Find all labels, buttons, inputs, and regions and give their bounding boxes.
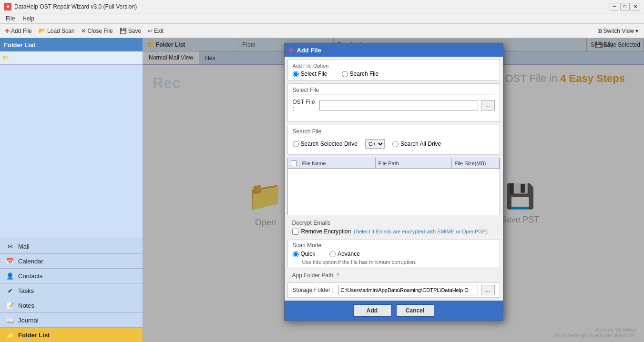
exit-label: Exit <box>154 28 164 34</box>
contacts-icon: 👤 <box>6 272 14 280</box>
radio-search-selected-drive-input[interactable] <box>293 141 299 147</box>
sidebar-item-folder-list-label: Folder List <box>18 332 50 339</box>
main-layout: Folder List 📁 ✉ Mail 📅 Calendar 👤 Contac… <box>0 38 644 342</box>
search-file-section: Search File Search Selected Drive C:\ <box>287 125 500 155</box>
maximize-button[interactable]: □ <box>620 3 630 10</box>
sidebar-item-calendar-label: Calendar <box>18 258 43 265</box>
decrypt-row: Remove Encryption (Select if Emails are … <box>292 228 495 235</box>
app-folder-help-link[interactable]: ? <box>336 272 339 278</box>
sidebar-item-mail[interactable]: ✉ Mail <box>0 239 143 253</box>
sidebar-header: Folder List <box>0 38 143 51</box>
decrypt-title: Decrypt Emails <box>292 220 495 226</box>
switch-view-icon: ⊞ <box>597 28 602 34</box>
add-file-button[interactable]: ✚ Add File <box>2 25 35 37</box>
sidebar-item-journal[interactable]: 📖 Journal <box>0 312 143 327</box>
radio-advance-input[interactable] <box>329 251 336 257</box>
switch-view-label: Switch View <box>603 28 634 34</box>
radio-quick-input[interactable] <box>293 251 299 257</box>
sidebar-item-tasks[interactable]: ✔ Tasks <box>0 283 143 298</box>
exit-icon: ↩ <box>148 28 153 34</box>
folder-header: 📁 <box>0 51 143 65</box>
radio-advance-label: Advance <box>337 251 360 257</box>
radio-quick-label: Quick <box>301 251 316 257</box>
dialog-titlebar: ✚ Add File <box>285 43 503 57</box>
file-th-size: File Size(MB) <box>452 158 500 168</box>
add-file-label: Add File <box>11 28 32 34</box>
dialog-body: Add File Option Select File Search File <box>285 60 503 298</box>
sidebar-item-calendar[interactable]: 📅 Calendar <box>0 253 143 268</box>
remove-encryption-label: Remove Encryption <box>301 228 351 235</box>
file-th-name: File Name <box>299 158 376 168</box>
radio-search-file-label: Search File <box>350 70 379 77</box>
search-all-drive-label: Search All Drive <box>400 141 441 147</box>
search-file-title: Search File <box>293 128 495 136</box>
dialog-title-label: Add File <box>297 47 321 54</box>
dialog-footer: Add Cancel <box>285 301 503 321</box>
close-button[interactable]: ✕ <box>631 3 640 10</box>
storage-row: Storage Folder : ... <box>293 285 495 295</box>
scan-mode-title: Scan Mode <box>293 242 495 249</box>
add-file-option-radios: Select File Search File <box>293 70 495 77</box>
select-file-title: Select File <box>293 87 495 95</box>
save-button[interactable]: 💾 Save <box>117 25 144 37</box>
exit-button[interactable]: ↩ Exit <box>145 25 166 37</box>
mail-icon: ✉ <box>6 242 14 251</box>
scan-mode-section: Scan Mode Quick Advance Use this opt <box>287 240 500 267</box>
switch-view-button[interactable]: ⊞ Switch View ▾ <box>593 27 642 35</box>
scan-note: Use this option if the file has minimum … <box>293 259 495 265</box>
radio-advance[interactable]: Advance <box>329 251 360 257</box>
encrypt-note: (Select if Emails are encrypted with SMI… <box>354 229 488 234</box>
menu-bar: File Help <box>0 13 644 24</box>
drive-select[interactable]: C:\ <box>365 139 385 149</box>
minimize-button[interactable]: ─ <box>610 3 619 10</box>
storage-folder-input[interactable] <box>338 285 479 295</box>
sidebar-item-tasks-label: Tasks <box>18 287 34 294</box>
ost-file-input[interactable] <box>319 100 479 111</box>
switch-view-dropdown-icon: ▾ <box>635 28 638 34</box>
file-table-body <box>288 169 500 215</box>
radio-search-file-input[interactable] <box>342 71 348 77</box>
storage-folder-label: Storage Folder : <box>293 287 336 293</box>
save-label: Save <box>128 28 141 34</box>
ost-browse-button[interactable]: ... <box>481 100 494 111</box>
add-file-option-label: Add File Option <box>293 63 495 69</box>
folder-list-icon: 📁 <box>6 331 14 339</box>
close-file-button[interactable]: ✕ Close File <box>78 25 115 37</box>
radio-select-file[interactable]: Select File <box>293 70 327 77</box>
close-file-icon: ✕ <box>81 28 86 34</box>
sidebar-item-notes[interactable]: 📝 Notes <box>0 298 143 312</box>
radio-search-selected-drive[interactable]: Search Selected Drive <box>293 141 358 147</box>
tasks-icon: ✔ <box>6 286 14 295</box>
scan-options-row: Quick Advance <box>293 251 495 257</box>
add-file-icon: ✚ <box>5 28 10 34</box>
load-scan-label: Load Scan <box>47 28 74 34</box>
radio-select-file-input[interactable] <box>293 71 299 77</box>
sidebar-item-contacts-label: Contacts <box>18 272 42 280</box>
app-folder-section: App Folder Path ? <box>287 270 500 281</box>
folder-icon-small: 📁 <box>2 55 9 61</box>
sidebar-item-contacts[interactable]: 👤 Contacts <box>0 268 143 283</box>
menu-item-help[interactable]: Help <box>19 14 38 23</box>
app-folder-label: App Folder Path <box>292 272 334 279</box>
sidebar-item-folder-list[interactable]: 📁 Folder List <box>0 327 143 342</box>
file-table-header: File Name File Path File Size(MB) <box>288 158 500 169</box>
load-scan-button[interactable]: 📂 Load Scan <box>36 25 77 37</box>
cancel-button[interactable]: Cancel <box>396 304 434 317</box>
storage-folder-section: Storage Folder : ... <box>287 282 500 298</box>
app-folder-row: App Folder Path ? <box>292 272 495 279</box>
radio-quick[interactable]: Quick <box>293 251 316 257</box>
app-icon: ★ <box>4 3 11 10</box>
storage-browse-button[interactable]: ... <box>481 285 494 295</box>
radio-search-all-drive[interactable]: Search All Drive <box>392 141 441 147</box>
load-scan-icon: 📂 <box>39 28 46 34</box>
radio-search-all-drive-input[interactable] <box>392 141 399 147</box>
file-select-all-checkbox[interactable] <box>291 160 297 166</box>
radio-search-file[interactable]: Search File <box>342 70 379 77</box>
dialog-title-icon: ✚ <box>288 46 294 54</box>
sidebar-nav: ✉ Mail 📅 Calendar 👤 Contacts ✔ Tasks 📝 N… <box>0 203 143 342</box>
add-button[interactable]: Add <box>353 304 391 317</box>
decrypt-section: Decrypt Emails Remove Encryption (Select… <box>287 218 500 237</box>
menu-item-file[interactable]: File <box>2 14 19 23</box>
sidebar-item-mail-label: Mail <box>18 243 30 250</box>
remove-encryption-checkbox[interactable] <box>292 229 298 235</box>
